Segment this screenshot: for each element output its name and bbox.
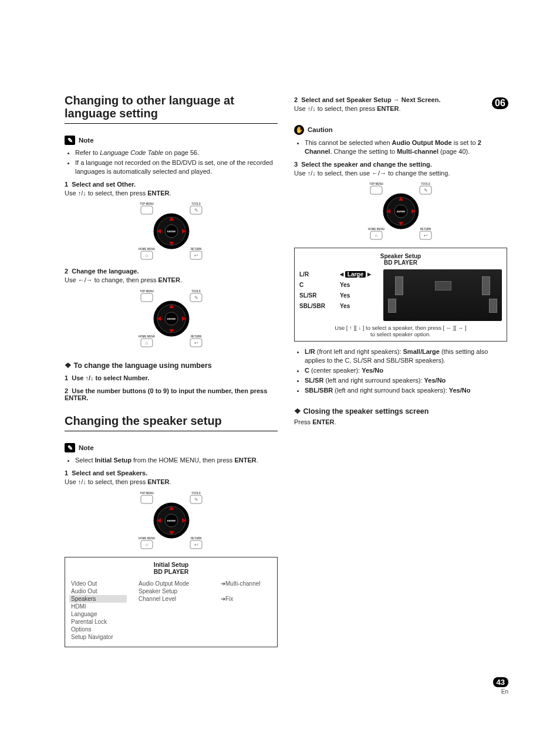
step-text: Press ENTER.	[294, 418, 507, 427]
svg-text:RETURN: RETURN	[420, 228, 431, 231]
svg-text:✎: ✎	[194, 208, 198, 213]
arrow-right-icon: →	[380, 170, 386, 177]
svg-text:↩: ↩	[194, 542, 198, 548]
remote-diagram: TOP MENUTOOLSHOME MENURETURN✎⌂↩ENTER	[65, 201, 278, 262]
menu-title: Initial Setup	[65, 557, 277, 568]
note-heading: ✎ Note	[65, 443, 278, 452]
menu-item: Setup Navigator	[71, 633, 127, 641]
menu-item: ➔Fix	[221, 595, 271, 603]
svg-text:TOP MENU: TOP MENU	[140, 290, 154, 293]
menu-item: Language	[71, 610, 127, 618]
heading-speaker: Changing the speaker setup	[65, 414, 278, 431]
svg-text:↩: ↩	[194, 253, 198, 258]
svg-text:TOOLS: TOOLS	[191, 492, 200, 495]
menu-item: HDMI	[71, 603, 127, 610]
svg-text:⌂: ⌂	[145, 253, 148, 258]
initial-setup-menu: Initial Setup BD PLAYER Video Out Audio …	[65, 557, 278, 647]
step: 1 Select and set Speakers.	[65, 469, 278, 476]
svg-text:TOP MENU: TOP MENU	[140, 202, 154, 205]
note-label: Note	[79, 444, 94, 451]
list-item: SBL/SBR (left and right surround back sp…	[305, 386, 507, 395]
step-text: Use ←/→ to change, then press ENTER.	[65, 276, 278, 285]
note-icon: ✎	[65, 443, 75, 452]
ss-labels: L/R C SL/SR SBL/SBR	[299, 269, 332, 312]
note-list: Select Initial Setup from the HOME MENU,…	[65, 456, 278, 465]
menu-subtitle: BD PLAYER	[65, 568, 277, 579]
ss-subtitle: BD PLAYER	[299, 259, 502, 266]
svg-text:⌂: ⌂	[375, 233, 377, 238]
ss-footer: Use [ ↑ ][ ↓ ] to select a speaker, then…	[299, 325, 502, 337]
speaker-desc-list: L/R (front left and right speakers): Sma…	[294, 347, 507, 394]
step-text: Use ↑/↓ to select, then use ←/→ to chang…	[294, 169, 507, 178]
note-icon: ✎	[65, 136, 75, 145]
arrow-up-icon: ↑	[78, 190, 82, 197]
svg-text:RETURN: RETURN	[190, 537, 201, 540]
caution-icon: ✋	[294, 125, 304, 135]
menu-item: Audio Out	[71, 587, 127, 595]
speaker-layout-image	[383, 269, 502, 321]
arrow-right-icon: ➔	[221, 596, 225, 602]
note-heading: ✎ Note	[65, 136, 278, 145]
step: 1 Use ↑/↓ to select Number.	[65, 374, 278, 381]
arrow-up-icon: ↑	[308, 170, 311, 177]
arrow-left-icon: ←	[372, 170, 378, 177]
ss-title: Speaker Setup	[299, 253, 502, 259]
arrow-right-icon: →	[458, 325, 464, 331]
remote-diagram: TOP MENUTOOLSHOME MENURETURN✎⌂↩ENTER	[294, 181, 507, 242]
page-lang: En	[493, 688, 508, 695]
heading-language: Changing to other language at language s…	[65, 94, 278, 124]
left-column: Changing to other language at language s…	[65, 94, 278, 653]
svg-text:HOME MENU: HOME MENU	[139, 335, 155, 338]
menu-item	[221, 587, 271, 595]
svg-rect-23	[141, 293, 153, 302]
menu-item: ➔Multi-channel	[221, 580, 271, 587]
svg-rect-61	[370, 186, 382, 194]
list-item: L/R (front left and right speakers): Sma…	[305, 347, 507, 365]
remote-diagram: TOP MENUTOOLSHOME MENURETURN✎⌂↩ENTER	[65, 288, 278, 349]
caution-item: This cannot be selected when Audio Outpu…	[305, 138, 507, 156]
page-number: 43 En	[493, 677, 508, 695]
caution-label: Caution	[308, 126, 333, 133]
caution-list: This cannot be selected when Audio Outpu…	[294, 138, 507, 156]
ss-values: ◀ Large ▶ Yes Yes Yes	[340, 269, 375, 312]
step: 2 Use the number buttons (0 to 9) to inp…	[65, 387, 278, 401]
svg-text:HOME MENU: HOME MENU	[368, 228, 384, 231]
svg-text:TOP MENU: TOP MENU	[140, 492, 154, 495]
svg-text:↩: ↩	[194, 340, 198, 346]
svg-text:✎: ✎	[194, 295, 198, 300]
step-text: Use ↑/↓ to select, then press ENTER.	[65, 478, 278, 486]
triangle-right-icon: ▶	[367, 272, 371, 278]
note-list: Refer to Language Code Table on page 56.…	[65, 148, 278, 176]
menu-item: Speaker Setup	[139, 587, 209, 595]
arrow-right-icon: →	[393, 96, 400, 103]
triangle-left-icon: ◀	[340, 272, 343, 278]
svg-text:ENTER: ENTER	[167, 519, 175, 522]
arrow-up-icon: ↑	[308, 105, 311, 112]
menu-item-selected: Speakers	[69, 595, 127, 603]
menu-item: Options	[71, 626, 127, 633]
svg-text:TOP MENU: TOP MENU	[369, 182, 383, 185]
arrow-left-icon: ←	[446, 325, 452, 331]
speaker-setup-screen: Speaker Setup BD PLAYER L/R C SL/SR SBL/…	[294, 248, 507, 342]
svg-text:RETURN: RETURN	[190, 335, 201, 338]
svg-text:✎: ✎	[194, 497, 198, 502]
list-item: C (center speaker): Yes/No	[305, 366, 507, 375]
menu-item: Parental Lock	[71, 618, 127, 626]
menu-right-col: ➔Multi-channel ➔Fix	[215, 579, 277, 642]
step-text: Use ↑/↓ to select, then press ENTER.	[294, 104, 507, 113]
note-item: Refer to Language Code Table on page 56.	[75, 148, 278, 157]
step: 3 Select the speaker and change the sett…	[294, 161, 507, 168]
ss-value-selected: Large	[345, 271, 366, 278]
svg-rect-42	[141, 495, 153, 503]
svg-text:TOOLS: TOOLS	[421, 182, 430, 185]
svg-rect-4	[141, 206, 153, 214]
subheading-closing: Closing the speaker settings screen	[294, 407, 507, 415]
svg-text:↩: ↩	[423, 233, 427, 238]
svg-text:ENTER: ENTER	[167, 230, 175, 233]
menu-left-col: Video Out Audio Out Speakers HDMI Langua…	[65, 579, 133, 642]
svg-text:HOME MENU: HOME MENU	[139, 248, 155, 251]
menu-item: Audio Output Mode	[139, 580, 209, 587]
note-item: Select Initial Setup from the HOME MENU,…	[75, 456, 278, 465]
subheading-numbers: To change the language using numbers	[65, 361, 278, 370]
step-text: Use ↑/↓ to select, then press ENTER.	[65, 189, 278, 198]
